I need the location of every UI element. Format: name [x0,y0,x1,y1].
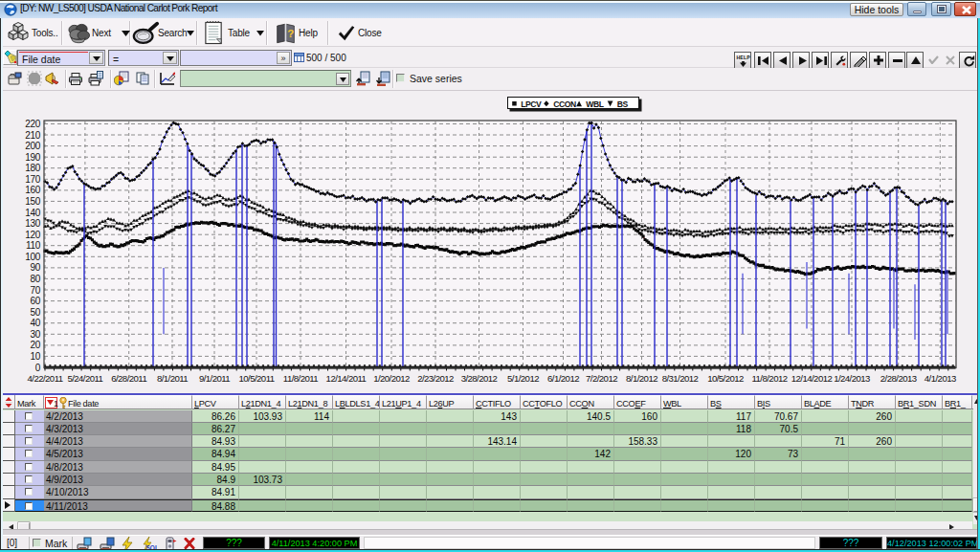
svg-text:170: 170 [25,174,41,185]
svg-text:10: 10 [30,351,40,362]
svg-text:12/14/2012: 12/14/2012 [791,373,833,384]
svg-text:60: 60 [30,296,40,306]
svg-text:8/1/2011: 8/1/2011 [157,373,188,384]
svg-text:4/22/2011: 4/22/2011 [27,373,62,384]
svg-text:30: 30 [30,329,40,340]
svg-text:8/1/2012: 8/1/2012 [626,373,657,384]
svg-text:120: 120 [25,230,41,240]
svg-text:160: 160 [25,185,41,195]
svg-text:11/8/2011: 11/8/2011 [283,373,319,384]
svg-text:220: 220 [25,119,41,129]
svg-text:180: 180 [25,163,41,173]
svg-text:90: 90 [30,262,40,273]
svg-text:140: 140 [25,208,41,218]
svg-text:190: 190 [25,152,41,163]
svg-text:80: 80 [30,274,40,284]
svg-text:10/5/2011: 10/5/2011 [238,373,274,384]
svg-text:12/14/2011: 12/14/2011 [326,373,367,384]
svg-text:110: 110 [26,240,41,251]
svg-text:8/31/2012: 8/31/2012 [662,373,699,384]
svg-text:1/20/2012: 1/20/2012 [373,373,410,384]
svg-text:11/8/2012: 11/8/2012 [751,373,787,384]
svg-text:5/1/2012: 5/1/2012 [507,373,539,384]
svg-text:40: 40 [30,318,40,328]
svg-text:7/2/2012: 7/2/2012 [586,373,617,384]
svg-text:70: 70 [30,285,40,296]
svg-text:10/5/2012: 10/5/2012 [707,373,744,384]
svg-text:0: 0 [35,363,41,373]
svg-text:100: 100 [25,252,41,262]
svg-text:50: 50 [30,307,40,318]
svg-text:20: 20 [30,340,40,350]
svg-text:3/28/2012: 3/28/2012 [461,373,498,384]
svg-text:4/1/2013: 4/1/2013 [924,373,956,384]
svg-text:9/1/2011: 9/1/2011 [199,373,230,384]
svg-text:2/23/2012: 2/23/2012 [417,373,454,384]
svg-text:150: 150 [25,196,41,207]
svg-text:200: 200 [25,141,41,151]
svg-text:1/24/2013: 1/24/2013 [834,373,870,384]
svg-text:210: 210 [25,130,41,141]
svg-text:6/28/2011: 6/28/2011 [111,373,146,384]
svg-text:?: ? [287,28,294,39]
svg-text:5/24/2011: 5/24/2011 [67,373,102,384]
svg-text:2/28/2013: 2/28/2013 [880,373,917,384]
svg-text:6/1/2012: 6/1/2012 [547,373,579,384]
svg-text:130: 130 [25,218,41,229]
